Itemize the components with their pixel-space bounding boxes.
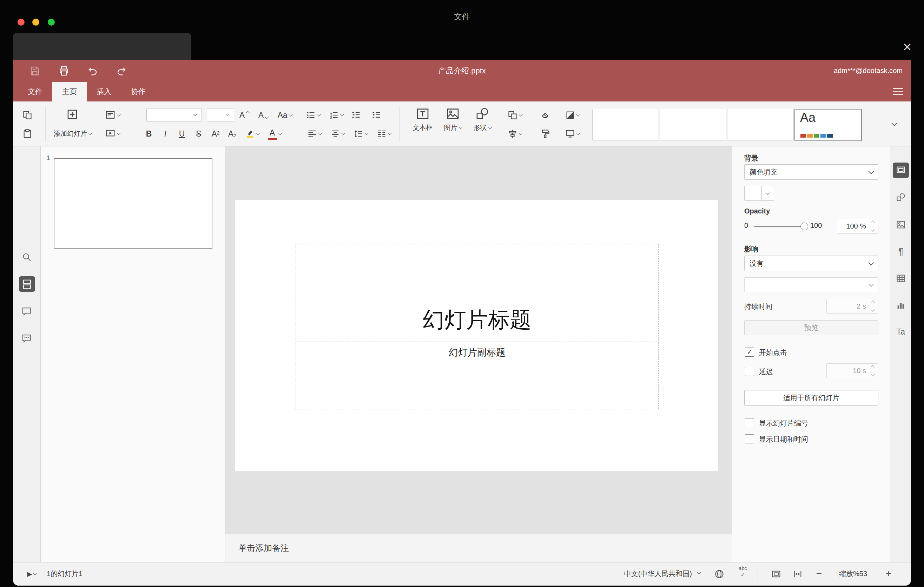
effect-label: 影响 [744, 244, 758, 254]
spellcheck-button[interactable]: abc ✓ [735, 565, 751, 583]
columns-button[interactable] [373, 126, 394, 142]
insert-image-button[interactable]: 图片 [439, 106, 467, 143]
tab-insert[interactable]: 插入 [87, 82, 121, 101]
highlight-color-button[interactable] [241, 126, 262, 142]
language-label[interactable]: 中文(中华人民共和国) [624, 562, 692, 585]
search-panel-button[interactable] [19, 249, 35, 265]
slide-subtitle-text: 幻灯片副标题 [449, 342, 505, 359]
superscript-button[interactable]: A² [208, 126, 223, 142]
font-size-select[interactable] [207, 108, 234, 122]
image-settings-button[interactable] [893, 217, 909, 232]
underline-button[interactable]: U [174, 126, 190, 142]
decrease-font-button[interactable]: A [254, 107, 272, 123]
start-on-click-checkbox[interactable]: ✓ [745, 348, 754, 357]
opacity-spinner[interactable]: 100 % [837, 219, 878, 234]
apply-to-all-slides-button[interactable]: 适用于所有幻灯片 [744, 390, 878, 406]
change-layout-button[interactable] [101, 107, 124, 123]
textart-settings-button[interactable]: Ta [893, 324, 909, 340]
dialog-close-button[interactable]: × [897, 38, 917, 56]
add-slide-button[interactable] [64, 107, 80, 122]
show-slide-number-checkbox[interactable] [745, 418, 754, 427]
comments-panel-button[interactable] [19, 304, 35, 319]
document-language-button[interactable] [711, 567, 727, 581]
increase-font-button[interactable]: A [236, 107, 253, 123]
vertical-align-button[interactable] [327, 126, 348, 142]
theme-option-3[interactable] [727, 109, 794, 140]
shape-fill-button[interactable] [561, 107, 583, 123]
tab-file[interactable]: 文件 [18, 82, 52, 101]
left-rail [13, 147, 41, 562]
chart-settings-button[interactable] [893, 298, 909, 313]
toolbar-separator [294, 107, 294, 141]
duration-spinner[interactable]: 2 s [827, 299, 878, 313]
spinner-arrows[interactable] [869, 221, 876, 232]
preview-button[interactable]: 预览 [744, 320, 878, 335]
slide-settings-button[interactable] [893, 163, 909, 178]
background-color-swatch[interactable] [744, 186, 762, 201]
delay-spinner[interactable]: 10 s [827, 363, 878, 378]
bullets-button[interactable] [302, 107, 324, 123]
spinner-arrows[interactable] [869, 300, 876, 312]
start-slideshow-status-button[interactable]: ▶ [21, 567, 43, 581]
slides-panel-button[interactable] [19, 276, 35, 292]
tab-collaboration[interactable]: 协作 [121, 82, 155, 101]
show-date-time-checkbox[interactable] [745, 434, 754, 444]
table-settings-button[interactable] [893, 271, 909, 286]
strikethrough-button[interactable]: S [191, 126, 206, 142]
theme-option-2[interactable] [660, 109, 726, 140]
horizontal-align-button[interactable] [303, 126, 325, 142]
change-case-button[interactable]: Aa [274, 107, 296, 123]
zoom-level[interactable]: 缩放%53 [830, 562, 876, 585]
chevron-down-icon [388, 131, 391, 135]
zoom-out-button[interactable]: − [811, 566, 827, 581]
align-shape-button[interactable] [504, 126, 526, 142]
insert-shape-button[interactable]: 形状 [468, 106, 497, 143]
paragraph-settings-button[interactable]: ¶ [893, 244, 909, 259]
effect-option-select[interactable] [744, 277, 878, 292]
copy-style-button[interactable] [537, 126, 554, 142]
background-fill-select[interactable]: 颜色填充 [744, 164, 878, 180]
opacity-slider-handle[interactable] [800, 223, 808, 230]
chat-panel-button[interactable] [19, 331, 35, 346]
add-slide-label-button[interactable]: 添加幻灯片 [43, 127, 102, 141]
paste-button[interactable] [20, 126, 35, 142]
title-placeholder[interactable]: 幻灯片标题 [295, 244, 658, 341]
increase-indent-button[interactable] [369, 107, 384, 123]
menu-button[interactable] [893, 88, 903, 96]
fit-width-button[interactable] [790, 567, 805, 581]
bold-button[interactable]: B [141, 126, 157, 142]
delay-checkbox[interactable] [745, 367, 754, 376]
background-color-dropdown[interactable] [761, 186, 774, 201]
theme-option-selected[interactable]: Aa [794, 109, 862, 141]
italic-button[interactable]: I [158, 126, 173, 142]
theme-option-1[interactable] [592, 109, 659, 140]
subscript-button[interactable]: A₂ [225, 126, 240, 142]
font-color-button[interactable]: A [264, 126, 285, 142]
chevron-down-icon [518, 131, 522, 135]
slide[interactable]: 幻灯片标题 幻灯片副标题 [235, 200, 718, 472]
decrease-indent-button[interactable] [348, 107, 364, 123]
globe-icon [714, 569, 724, 579]
line-spacing-button[interactable] [350, 126, 371, 142]
arrange-shape-button[interactable] [504, 107, 526, 123]
shape-settings-button[interactable] [893, 190, 909, 205]
opacity-min-label: 0 [744, 221, 748, 229]
opacity-slider[interactable] [754, 226, 807, 227]
slide-size-button[interactable] [561, 126, 583, 142]
fit-slide-button[interactable] [769, 567, 784, 581]
tab-home[interactable]: 主页 [52, 82, 87, 101]
theme-gallery-expand-button[interactable] [886, 115, 902, 132]
copy-button[interactable] [20, 107, 35, 123]
insert-textbox-button[interactable]: 文本框 [408, 106, 437, 143]
statusbar-separator [757, 568, 758, 580]
notes-area[interactable]: 单击添加备注 [225, 534, 732, 562]
clear-style-button[interactable] [537, 107, 554, 123]
transition-effect-select[interactable]: 没有 [744, 256, 878, 271]
font-name-select[interactable] [147, 108, 202, 122]
zoom-in-button[interactable]: + [881, 566, 896, 581]
start-slideshow-button[interactable] [101, 126, 124, 142]
spinner-arrows[interactable] [869, 365, 876, 376]
slide-thumbnail[interactable] [54, 158, 213, 249]
numbering-button[interactable]: 123 [325, 107, 347, 123]
subtitle-placeholder[interactable]: 幻灯片副标题 [295, 341, 658, 409]
